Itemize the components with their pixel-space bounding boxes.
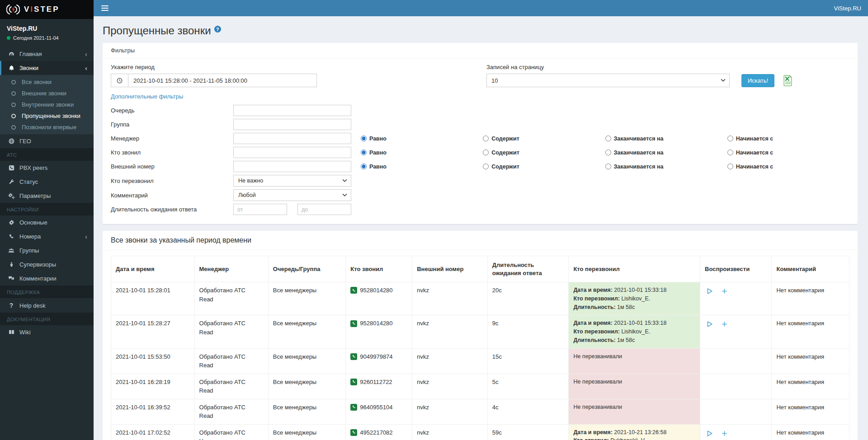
sidebar-section-documentation: ДОКУМЕНТАЦИЯ bbox=[0, 313, 94, 325]
phone-icon bbox=[350, 287, 357, 294]
main-area: ViStep.RU Пропущенные звонки ? Фильтры У… bbox=[94, 0, 868, 440]
wait-duration-from-input[interactable] bbox=[233, 204, 287, 215]
filter-row-manager: МенеджерРавноСодержитЗаканчивается наНач… bbox=[111, 133, 849, 144]
cell-wait-duration: 5с bbox=[487, 374, 569, 399]
cell-external-number: nvkz bbox=[412, 424, 488, 440]
who-called-radio-option[interactable]: Начинается с bbox=[727, 150, 849, 156]
sidebar-item-groups[interactable]: Группы bbox=[0, 243, 94, 257]
radio-input[interactable] bbox=[483, 136, 489, 141]
sidebar-subitem-missed-calls[interactable]: Пропущенные звонки bbox=[0, 110, 94, 122]
filter-row-external-number: Внешний номерРавноСодержитЗаканчивается … bbox=[111, 161, 849, 172]
group-input[interactable] bbox=[233, 119, 351, 130]
radio-input[interactable] bbox=[605, 164, 611, 169]
who-called-radio-option[interactable]: Равно bbox=[361, 150, 483, 156]
radio-input[interactable] bbox=[483, 164, 489, 169]
additional-filters-link[interactable]: Дополнительные фильтры bbox=[111, 93, 183, 100]
cell-queue: Все менеджеры bbox=[268, 315, 345, 348]
hamburger-button[interactable] bbox=[100, 4, 109, 13]
logo-text: VISTEP bbox=[24, 5, 59, 14]
manager-radio-option[interactable]: Заканчивается на bbox=[605, 136, 727, 142]
radio-input[interactable] bbox=[361, 150, 367, 155]
wait-duration-to-input[interactable] bbox=[297, 204, 351, 215]
clock-icon bbox=[111, 74, 128, 87]
table-row: 2021-10-01 15:53:50Обработано АТСReadВсе… bbox=[111, 348, 849, 374]
excel-export-icon[interactable] bbox=[781, 75, 793, 87]
help-icon[interactable]: ? bbox=[214, 26, 221, 33]
radio-input[interactable] bbox=[361, 136, 367, 141]
table-row: 2021-10-01 16:39:52Обработано АТСReadВсе… bbox=[111, 399, 849, 424]
search-button[interactable]: Искать! bbox=[741, 74, 774, 87]
filter-label: Длительность ожидания ответа bbox=[111, 206, 233, 213]
sidebar-subitem-external-calls[interactable]: Внешние звонки bbox=[0, 88, 94, 99]
who-called-back-select[interactable]: Не важно bbox=[233, 175, 351, 187]
col-header-8: Комментарий bbox=[772, 256, 849, 282]
sidebar-item-help-desk[interactable]: ?Help desk bbox=[0, 298, 94, 313]
radio-input[interactable] bbox=[727, 164, 733, 169]
cell-play bbox=[700, 424, 772, 440]
filter-label: Кто перезвонил bbox=[111, 178, 233, 184]
radio-input[interactable] bbox=[727, 136, 733, 141]
table-row: 2021-10-01 16:28:19Обработано АТСReadВсе… bbox=[111, 374, 849, 399]
callback-cell: Не перезванивали bbox=[569, 374, 700, 399]
sidebar-item-home[interactable]: Главная‹ bbox=[0, 47, 94, 61]
sidebar-item-calls[interactable]: Звонки‹ bbox=[0, 61, 94, 75]
play-button[interactable] bbox=[706, 320, 713, 328]
manager-radio-option[interactable]: Содержит bbox=[483, 136, 605, 142]
queue-input[interactable] bbox=[233, 105, 351, 116]
external-number-radio-option[interactable]: Начинается с bbox=[727, 164, 849, 170]
sidebar-item-wiki[interactable]: Wiki bbox=[0, 325, 94, 339]
play-button[interactable] bbox=[706, 287, 713, 295]
sidebar-item-comments[interactable]: Комментарии bbox=[0, 271, 94, 286]
external-number-radio-option[interactable]: Содержит bbox=[483, 164, 605, 170]
callback-cell: Не перезванивали bbox=[569, 399, 700, 424]
cell-queue: Все менеджеры bbox=[268, 282, 345, 315]
sidebar-item-geo[interactable]: ГЕО bbox=[0, 134, 94, 148]
topbar-brand[interactable]: ViStep.RU bbox=[834, 5, 861, 12]
who-called-back-select-wrap: Не важно bbox=[233, 175, 351, 187]
manager-input[interactable] bbox=[233, 133, 351, 144]
sidebar-subitem-internal-calls[interactable]: Внутренние звонки bbox=[0, 99, 94, 110]
radio-input[interactable] bbox=[361, 164, 367, 169]
add-comment-button[interactable] bbox=[721, 321, 728, 328]
who-called-radio-option[interactable]: Заканчивается на bbox=[605, 150, 727, 156]
radio-input[interactable] bbox=[727, 150, 733, 155]
circle-icon bbox=[10, 80, 17, 85]
cell-comment: Нет комментария bbox=[772, 282, 849, 315]
cell-wait-duration: 15с bbox=[487, 348, 569, 374]
manager-radio-option[interactable]: Равно bbox=[361, 136, 483, 142]
who-called-input[interactable] bbox=[233, 147, 351, 158]
chevron-left-icon: ‹ bbox=[85, 65, 87, 71]
cell-play bbox=[700, 399, 772, 424]
sidebar-item-pbx-peers[interactable]: PBX peers bbox=[0, 161, 94, 175]
sidebar-item-parameters[interactable]: Параметры bbox=[0, 189, 94, 203]
radio-input[interactable] bbox=[483, 150, 489, 155]
radio-input[interactable] bbox=[605, 136, 611, 141]
cell-datetime: 2021-10-01 17:02:52 bbox=[111, 424, 195, 440]
supervisor-icon bbox=[8, 261, 15, 268]
cell-datetime: 2021-10-01 15:53:50 bbox=[111, 348, 195, 374]
who-called-radio-option[interactable]: Содержит bbox=[483, 150, 605, 156]
sidebar-item-general[interactable]: Основные bbox=[0, 215, 94, 229]
sidebar-item-status[interactable]: Статус bbox=[0, 175, 94, 189]
logo[interactable]: VISTEP bbox=[0, 0, 94, 19]
radio-input[interactable] bbox=[605, 150, 611, 155]
manager-radio-option[interactable]: Начинается с bbox=[727, 136, 849, 142]
per-page-select[interactable]: 10 bbox=[486, 74, 730, 87]
sidebar-item-numbers[interactable]: Номера‹ bbox=[0, 229, 94, 243]
period-input[interactable] bbox=[128, 74, 317, 87]
add-comment-button[interactable] bbox=[721, 288, 728, 295]
play-button[interactable] bbox=[706, 430, 713, 437]
external-number-radio-option[interactable]: Равно bbox=[361, 164, 483, 170]
sidebar-subitem-first-time-calls[interactable]: Позвонили впервые bbox=[0, 122, 94, 133]
circle-icon bbox=[10, 102, 17, 108]
external-number-radio-option[interactable]: Заканчивается на bbox=[605, 164, 727, 170]
calls-panel-header: Все звонки за указанный период времени bbox=[103, 231, 858, 250]
question-icon: ? bbox=[8, 302, 15, 309]
add-comment-button[interactable] bbox=[721, 430, 728, 437]
app-root: VISTEP ViStep.RU Сегодня 2021-11-04 Глав… bbox=[0, 0, 868, 440]
comment-select[interactable]: Любой bbox=[233, 189, 351, 201]
users-icon bbox=[8, 247, 15, 254]
sidebar-subitem-all-calls[interactable]: Все звонки bbox=[0, 76, 94, 88]
external-number-input[interactable] bbox=[233, 161, 351, 172]
sidebar-item-supervisors[interactable]: Супервизоры bbox=[0, 257, 94, 271]
